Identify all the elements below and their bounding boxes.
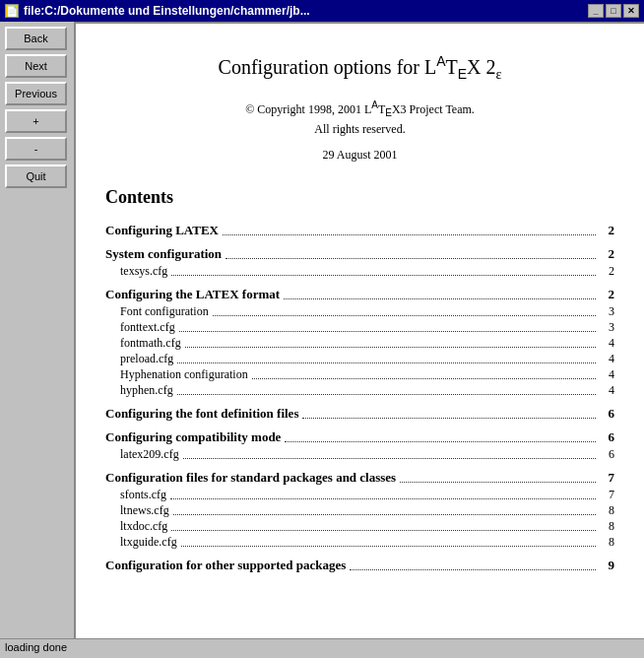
toc-entry-page: 4 — [600, 383, 614, 398]
toc-dots — [400, 470, 596, 483]
toc-entry[interactable]: hyphen.cfg4 — [105, 383, 614, 398]
toc-entry-label: Font configuration — [120, 304, 209, 319]
status-text: loading done — [5, 641, 67, 653]
toc-entry-page: 8 — [600, 535, 614, 550]
quit-button[interactable]: Quit — [5, 164, 67, 188]
maximize-button[interactable]: □ — [606, 4, 621, 18]
toc-entry-label: ltxguide.cfg — [120, 535, 177, 550]
toc-entry-dots — [173, 503, 596, 515]
toc-entry[interactable]: Font configuration3 — [105, 304, 614, 319]
toc-entry-label: sfonts.cfg — [120, 488, 166, 502]
toc-entry[interactable]: sfonts.cfg7 — [105, 488, 614, 502]
minimize-button[interactable]: _ — [588, 4, 604, 18]
toc-entry-label: hyphen.cfg — [120, 383, 173, 398]
copyright-text: © Copyright 1998, 2001 LATEX3 Project Te… — [105, 98, 614, 138]
contents-heading: Contents — [105, 187, 614, 208]
toc-entry-dots — [171, 264, 596, 276]
toc-section-page: 6 — [600, 429, 614, 445]
toc-section-label: Configuring the LATEX format — [105, 287, 280, 302]
toc-dots — [223, 223, 596, 235]
toc-section-page: 6 — [600, 406, 614, 422]
toc-entry-dots — [213, 304, 596, 316]
toc-section-row[interactable]: Configuring the font definition files6 — [105, 406, 614, 422]
toc-entry-page: 4 — [600, 367, 614, 382]
toc-entry-dots — [185, 336, 596, 348]
toc-section-page: 9 — [600, 558, 614, 573]
toc-container: Configuring LATEX2System configuration2t… — [105, 223, 614, 573]
sidebar: BackNextPrevious+-Quit — [0, 22, 74, 638]
toc-section: Configuration files for standard package… — [105, 470, 614, 550]
toc-section-row[interactable]: Configuring the LATEX format2 — [105, 287, 614, 302]
toc-dots — [285, 429, 596, 442]
toc-entry-dots — [183, 447, 596, 459]
toc-section-row[interactable]: System configuration2 — [105, 246, 614, 262]
toc-entry[interactable]: Hyphenation configuration4 — [105, 367, 614, 382]
back-button[interactable]: Back — [5, 27, 67, 50]
toc-entry-page: 8 — [600, 503, 614, 518]
app-icon: 📄 — [5, 4, 19, 18]
toc-section-label: System configuration — [105, 246, 222, 262]
toc-section-row[interactable]: Configuration files for standard package… — [105, 470, 614, 486]
toc-entry[interactable]: fontmath.cfg4 — [105, 336, 614, 351]
toc-entry[interactable]: ltxdoc.cfg8 — [105, 519, 614, 534]
toc-section-label: Configuration for other supported packag… — [105, 558, 346, 573]
toc-entry-label: fonttext.cfg — [120, 320, 175, 335]
toc-section-label: Configuring LATEX — [105, 223, 219, 238]
toc-entry-page: 8 — [600, 519, 614, 534]
zoom-in-button[interactable]: + — [5, 109, 67, 133]
zoom-out-button[interactable]: - — [5, 137, 67, 161]
toc-entry-dots — [171, 519, 596, 531]
toc-section-row[interactable]: Configuring LATEX2 — [105, 223, 614, 238]
toc-entry-page: 7 — [600, 488, 614, 502]
toc-dots — [350, 558, 596, 570]
previous-button[interactable]: Previous — [5, 82, 67, 105]
toc-entry-dots — [177, 352, 596, 363]
toc-section: Configuration for other supported packag… — [105, 558, 614, 573]
toc-entry-page: 4 — [600, 336, 614, 351]
toc-section: System configuration2texsys.cfg2 — [105, 246, 614, 279]
toc-entry-page: 2 — [600, 264, 614, 279]
title-bar-left: 📄 file:C:/Dokumente und Einstellungen/ch… — [5, 4, 310, 18]
toc-entry[interactable]: ltxguide.cfg8 — [105, 535, 614, 550]
main-area: BackNextPrevious+-Quit Configuration opt… — [0, 22, 644, 638]
toc-entry[interactable]: latex209.cfg6 — [105, 447, 614, 462]
toc-section: Configuring compatibility mode6latex209.… — [105, 429, 614, 462]
toc-section-page: 2 — [600, 246, 614, 262]
toc-section-row[interactable]: Configuring compatibility mode6 — [105, 429, 614, 445]
toc-section-label: Configuring the font definition files — [105, 406, 298, 422]
toc-entry-page: 3 — [600, 304, 614, 319]
toc-entry-label: latex209.cfg — [120, 447, 179, 462]
toc-section: Configuring LATEX2 — [105, 223, 614, 238]
toc-dots — [284, 287, 596, 299]
toc-entry-label: ltxdoc.cfg — [120, 519, 167, 534]
toc-entry-page: 6 — [600, 447, 614, 462]
toc-entry-dots — [177, 383, 596, 395]
toc-entry-page: 4 — [600, 352, 614, 366]
toc-entry-dots — [170, 488, 596, 499]
toc-entry[interactable]: preload.cfg4 — [105, 352, 614, 366]
document-date: 29 August 2001 — [105, 148, 614, 163]
close-button[interactable]: ✕ — [623, 4, 639, 18]
toc-entry-label: fontmath.cfg — [120, 336, 181, 351]
toc-entry[interactable]: texsys.cfg2 — [105, 264, 614, 279]
toc-entry-label: Hyphenation configuration — [120, 367, 248, 382]
toc-section-row[interactable]: Configuration for other supported packag… — [105, 558, 614, 573]
document-title: Configuration options for LATEX 2ε — [105, 53, 614, 83]
toc-entry-dots — [181, 535, 596, 547]
toc-section: Configuring the LATEX format2Font config… — [105, 287, 614, 398]
title-controls[interactable]: _ □ ✕ — [588, 4, 639, 18]
toc-dots — [225, 246, 596, 259]
toc-section-page: 2 — [600, 287, 614, 302]
toc-entry-label: texsys.cfg — [120, 264, 167, 279]
toc-section-label: Configuration files for standard package… — [105, 470, 396, 486]
title-bar: 📄 file:C:/Dokumente und Einstellungen/ch… — [0, 0, 644, 22]
next-button[interactable]: Next — [5, 54, 67, 78]
toc-section-label: Configuring compatibility mode — [105, 429, 281, 445]
toc-section: Configuring the font definition files6 — [105, 406, 614, 422]
toc-section-page: 2 — [600, 223, 614, 238]
toc-entry-label: preload.cfg — [120, 352, 173, 366]
toc-entry[interactable]: ltnews.cfg8 — [105, 503, 614, 518]
toc-entry-dots — [252, 367, 596, 379]
toc-entry[interactable]: fonttext.cfg3 — [105, 320, 614, 335]
status-bar: loading done — [0, 638, 644, 658]
